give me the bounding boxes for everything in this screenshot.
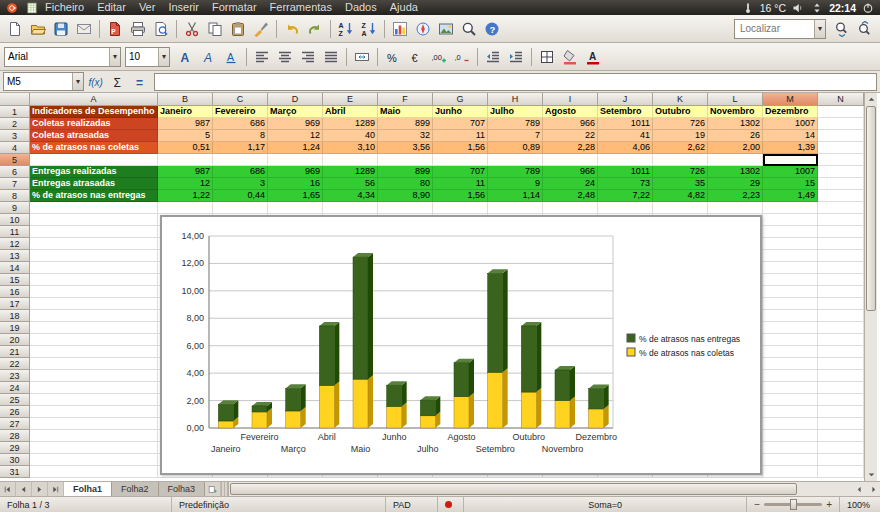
bar-novembro[interactable] [555, 366, 575, 428]
distributor-logo-icon[interactable] [5, 1, 19, 15]
cell-reference-input[interactable] [4, 76, 72, 87]
row-header-14[interactable]: 14 [0, 262, 30, 274]
row-header-23[interactable]: 23 [0, 370, 30, 382]
row-header-26[interactable]: 26 [0, 406, 30, 418]
formula-input[interactable] [154, 73, 877, 91]
cell-M18[interactable] [763, 310, 818, 322]
font-size-dropdown-icon[interactable]: ▾ [158, 48, 169, 66]
remove-decimal-icon[interactable]: ,0 [451, 46, 473, 68]
scroll-up-icon[interactable] [865, 93, 877, 106]
cell-A19[interactable] [30, 322, 158, 334]
cell-A25[interactable] [30, 394, 158, 406]
cell-A31[interactable] [30, 466, 158, 478]
cell-G5[interactable] [433, 154, 488, 166]
row-header-13[interactable]: 13 [0, 250, 30, 262]
function-wizard-icon[interactable]: f(x) [86, 73, 106, 91]
find-dropdown-arrow-icon[interactable]: ▾ [814, 20, 825, 38]
cell-I3[interactable]: 22 [543, 130, 598, 142]
sheet-tab-folha2[interactable]: Folha2 [112, 482, 159, 496]
row-header-18[interactable]: 18 [0, 310, 30, 322]
cell-E1[interactable]: Abril [323, 106, 378, 118]
cell-F9[interactable] [378, 202, 433, 214]
find-next-icon[interactable] [831, 18, 853, 40]
col-header-M[interactable]: M [763, 93, 818, 106]
cell-B3[interactable]: 5 [158, 130, 213, 142]
cell-D9[interactable] [268, 202, 323, 214]
cell-M5[interactable] [763, 154, 818, 166]
previous-sheet-icon[interactable] [16, 482, 32, 496]
bar-abril[interactable] [319, 322, 339, 428]
cell-B2[interactable]: 987 [158, 118, 213, 130]
cell-N1[interactable] [818, 106, 864, 118]
sum-icon[interactable]: Σ [108, 73, 128, 91]
cell-L5[interactable] [708, 154, 763, 166]
add-sheet-icon[interactable] [205, 482, 221, 496]
row-header-24[interactable]: 24 [0, 382, 30, 394]
name-box[interactable]: ▾ [3, 72, 84, 91]
cell-D3[interactable]: 12 [268, 130, 323, 142]
cell-G1[interactable]: Junho [433, 106, 488, 118]
cell-N24[interactable] [818, 382, 864, 394]
cell-F4[interactable]: 3,56 [378, 142, 433, 154]
row-header-21[interactable]: 21 [0, 346, 30, 358]
cell-A4[interactable]: % de atrasos nas coletas [30, 142, 158, 154]
cell-D6[interactable]: 969 [268, 166, 323, 178]
cell-N30[interactable] [818, 454, 864, 466]
cell-M30[interactable] [763, 454, 818, 466]
cell-I5[interactable] [543, 154, 598, 166]
cell-N17[interactable] [818, 298, 864, 310]
cell-I6[interactable]: 966 [543, 166, 598, 178]
indent-less-icon[interactable] [482, 46, 504, 68]
cell-M20[interactable] [763, 334, 818, 346]
cell-N29[interactable] [818, 442, 864, 454]
font-size-input[interactable] [126, 51, 158, 62]
cell-M1[interactable]: Dezembro [763, 106, 818, 118]
vertical-scrollbar[interactable] [864, 93, 877, 481]
paste-icon[interactable] [227, 18, 249, 40]
cell-F8[interactable]: 8,90 [378, 190, 433, 202]
font-name-dropdown-icon[interactable]: ▾ [109, 48, 120, 66]
zoom-in-icon[interactable]: + [826, 500, 832, 510]
cell-N22[interactable] [818, 358, 864, 370]
cell-J7[interactable]: 73 [598, 178, 653, 190]
cell-E4[interactable]: 3,10 [323, 142, 378, 154]
cell-G2[interactable]: 707 [433, 118, 488, 130]
cell-M24[interactable] [763, 382, 818, 394]
hscroll-track[interactable] [229, 482, 852, 496]
cell-C6[interactable]: 686 [213, 166, 268, 178]
cell-A5[interactable] [30, 154, 158, 166]
cell-M27[interactable] [763, 418, 818, 430]
menu-inserir[interactable]: Inserir [168, 0, 199, 15]
cell-M13[interactable] [763, 250, 818, 262]
cell-N7[interactable] [818, 178, 864, 190]
embedded-chart[interactable]: 0,002,004,006,008,0010,0012,0014,00Janei… [160, 215, 762, 475]
cell-N20[interactable] [818, 334, 864, 346]
cell-M22[interactable] [763, 358, 818, 370]
cell-E9[interactable] [323, 202, 378, 214]
chart-icon[interactable] [389, 18, 411, 40]
cell-M26[interactable] [763, 406, 818, 418]
cell-M9[interactable] [763, 202, 818, 214]
cell-B9[interactable] [158, 202, 213, 214]
cell-F7[interactable]: 80 [378, 178, 433, 190]
cell-L2[interactable]: 1302 [708, 118, 763, 130]
cell-H5[interactable] [488, 154, 543, 166]
cell-N21[interactable] [818, 346, 864, 358]
cell-N4[interactable] [818, 142, 864, 154]
row-header-27[interactable]: 27 [0, 418, 30, 430]
cell-H4[interactable]: 0,89 [488, 142, 543, 154]
cell-A23[interactable] [30, 370, 158, 382]
cell-C3[interactable]: 8 [213, 130, 268, 142]
cell-C2[interactable]: 686 [213, 118, 268, 130]
cell-K9[interactable] [653, 202, 708, 214]
row-header-2[interactable]: 2 [0, 118, 30, 130]
cell-M15[interactable] [763, 274, 818, 286]
find-input[interactable] [738, 22, 814, 35]
cell-I2[interactable]: 966 [543, 118, 598, 130]
cell-A28[interactable] [30, 430, 158, 442]
cell-G6[interactable]: 707 [433, 166, 488, 178]
cell-A30[interactable] [30, 454, 158, 466]
add-decimal-icon[interactable]: ,00 [428, 46, 450, 68]
clock[interactable]: 22:14 [829, 2, 856, 14]
cell-G3[interactable]: 11 [433, 130, 488, 142]
